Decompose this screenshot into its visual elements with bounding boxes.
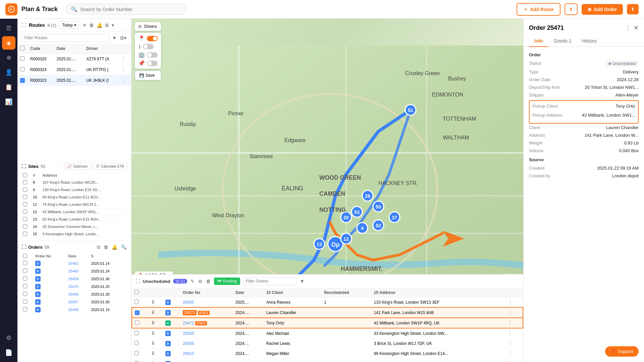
tab-history[interactable]: History <box>577 36 602 47</box>
today-button[interactable]: Today ▾ <box>59 21 79 29</box>
expand-routes-icon[interactable]: ⛶ <box>21 22 26 28</box>
table-row[interactable]: ⠿ C 25471 (P&D) 2024.... Tony Ortiz 42 M… <box>132 318 523 328</box>
table-row[interactable]: ⠿ D 25592 2024.... Zachary Ray Hyde Park… <box>132 359 523 362</box>
sidebar-analytics-btn[interactable]: 📊 <box>2 95 15 109</box>
sidebar-add-btn[interactable]: ⊕ <box>2 51 15 64</box>
routes-more-btn[interactable]: ▾ <box>111 22 115 28</box>
expand-sites-icon[interactable]: ⛶ <box>21 164 26 169</box>
orders-bell-btn[interactable]: 🔔 <box>111 244 118 250</box>
save-button[interactable]: 💾 Save <box>135 71 161 80</box>
table-row[interactable]: R000324 2025.01.... UK RT7FG ( ⋮ <box>17 64 131 75</box>
toggle-2[interactable] <box>143 44 154 49</box>
order-more-btn[interactable]: ⋮ <box>505 328 523 339</box>
list-item[interactable]: D254022025.01.14 <box>21 260 127 267</box>
search-input[interactable] <box>80 7 181 12</box>
sidebar-settings-btn[interactable]: ⚙ <box>2 331 15 345</box>
table-row[interactable]: ⠿ D 25613 2024.... Megan Miller 99 Kensi… <box>132 349 523 359</box>
drag-handle[interactable]: ⠿ <box>149 328 163 339</box>
orders-delete-btn[interactable]: 🗑 <box>103 244 109 250</box>
drag-handle[interactable]: ⠿ <box>149 307 163 318</box>
sidebar-orders-btn[interactable]: 📋 <box>2 80 15 94</box>
toggle-3[interactable] <box>147 52 158 58</box>
view-toggle-btn[interactable]: ⊞▾ <box>119 35 127 41</box>
support-button[interactable]: ❓ Support <box>605 346 639 357</box>
routes-delete-btn[interactable]: 🗑 <box>89 22 95 28</box>
add-order-export-button[interactable]: ⬆ <box>627 4 639 14</box>
order-more-btn[interactable]: ⋮ <box>505 349 523 359</box>
list-item[interactable]: 1362 King's Road, London E15 9GH... <box>21 216 127 223</box>
list-item[interactable]: 1084 King's Road, London E11 9CD... <box>21 193 127 201</box>
list-item[interactable]: 8107 King's Road, London WC29... <box>21 179 127 186</box>
list-item[interactable]: 9130 King's Road, London E18 3G... <box>21 186 127 193</box>
bottom-copy-btn[interactable]: ⧉ <box>198 278 203 285</box>
order-number-link[interactable]: 25505 <box>183 341 194 346</box>
drag-handle[interactable]: ⠿ <box>149 359 163 362</box>
expand-orders-icon[interactable]: ⛶ <box>21 244 26 250</box>
order-number-link[interactable]: 25613 <box>183 351 194 356</box>
optimize-button[interactable]: 📈 Optimize <box>64 163 91 170</box>
toggle-4[interactable] <box>147 61 158 66</box>
filter-routes-input[interactable] <box>21 34 109 42</box>
order-close-btn[interactable]: ✕ <box>634 24 639 32</box>
list-item[interactable]: D254962025.01.30 <box>21 290 127 298</box>
order-more-btn[interactable]: ⋮ <box>505 318 523 328</box>
table-row[interactable]: ✓ R000323 2025.01.... UK JH9LK (I ⋮ <box>17 75 131 86</box>
bottom-edit-btn[interactable]: ✎ <box>190 278 195 285</box>
drag-handle[interactable]: ⠿ <box>149 339 163 349</box>
add-order-button[interactable]: ⊕ Add Order <box>582 4 623 15</box>
search-box[interactable]: 🔍 <box>66 4 186 15</box>
list-item[interactable]: 1174 King's Road, London WC24 2... <box>21 201 127 208</box>
order-more-btn[interactable]: ⋮ <box>505 307 523 318</box>
order-more-btn[interactable]: ⋮ <box>505 297 523 308</box>
routes-grid-btn[interactable]: ⊞ <box>104 22 110 28</box>
order-number-link[interactable]: 25471 <box>183 310 197 315</box>
list-item[interactable]: D255972025.01.05 <box>21 298 127 306</box>
bottom-delete-btn[interactable]: 🗑 <box>205 278 211 285</box>
add-route-button[interactable]: ＋ Add Route <box>517 3 560 16</box>
order-more-btn[interactable]: ⋮ <box>625 24 631 32</box>
order-number-link[interactable]: 25435 <box>183 300 194 305</box>
orders-search-btn[interactable]: 🔍 <box>120 244 127 250</box>
sidebar-docs-btn[interactable]: 📄 <box>2 346 15 359</box>
table-row[interactable]: ✓ ⠿ D 25471 (P&D) 2024.... Lauren Chandl… <box>132 307 523 318</box>
route-select-all[interactable] <box>17 44 28 54</box>
tab-info[interactable]: Info <box>529 36 548 47</box>
list-item[interactable]: D254602025.01.24 <box>21 267 127 275</box>
drag-handle[interactable]: ⠿ <box>149 297 163 308</box>
list-item[interactable]: 1242 Millbank, London SW1P 4RQ... <box>21 208 127 216</box>
drag-handle[interactable]: ⠿ <box>149 318 163 328</box>
order-number-link[interactable]: 25471 <box>183 321 194 325</box>
drag-handle[interactable]: ⠿ <box>149 349 163 359</box>
order-number-link[interactable]: 25500 <box>183 331 194 336</box>
routes-close-btn[interactable]: ✕ <box>82 22 87 28</box>
filter-orders-input[interactable] <box>243 277 297 285</box>
toggle-1[interactable] <box>147 36 158 41</box>
filter-orders-btn[interactable]: ▼ <box>299 278 305 285</box>
save-icon: 💾 <box>139 73 144 78</box>
orders-copy-btn[interactable]: ⧉ <box>96 244 101 251</box>
table-row[interactable]: R000325 2025.01.... XZ76 6TT (A ⋮ <box>17 54 131 64</box>
route-date: 2025.01.... <box>54 54 84 64</box>
sidebar-menu-btn[interactable]: ☰ <box>2 21 15 35</box>
list-item[interactable]: D254392025.01.15 <box>21 306 127 313</box>
table-row[interactable]: ⠿ D 25500 2024.... Alec Michael 33 Kensi… <box>132 328 523 339</box>
order-more-btn[interactable]: ⋮ <box>505 359 523 362</box>
expand-bottom-icon[interactable]: ⛶ <box>136 279 140 284</box>
sidebar-map-btn[interactable]: ◈ <box>2 36 15 50</box>
routes-bell-btn[interactable]: 🔔 <box>96 22 103 28</box>
support-label: Support <box>618 349 633 354</box>
svg-text:EALING: EALING <box>282 185 304 192</box>
tab-goods[interactable]: Goods 1 <box>548 36 577 47</box>
list-item[interactable]: D255752025.01.25 <box>21 283 127 290</box>
list-item[interactable]: D254582025.01.30 <box>21 275 127 283</box>
filter-icon-btn[interactable]: ▼ <box>111 35 117 41</box>
routing-button[interactable]: 🗺 Routing <box>214 278 240 285</box>
export-button[interactable]: ⬆ <box>565 3 578 15</box>
order-more-btn[interactable]: ⋮ <box>505 339 523 349</box>
list-item[interactable]: 159 Kensington High Street, Londo... <box>21 230 127 238</box>
calc-eta-button[interactable]: ⏱ Calculate ETA <box>93 163 127 170</box>
sidebar-users-btn[interactable]: 👤 <box>2 66 15 79</box>
list-item[interactable]: 1432 Grosvenor Crescent Mews, L... <box>21 223 127 230</box>
table-row[interactable]: ⠿ D 25435 2025.... Anna Reeves 1 133 Kin… <box>132 297 523 308</box>
table-row[interactable]: ⠿ D 25505 2024.... Rachel Lewis 3 Brick … <box>132 339 523 349</box>
